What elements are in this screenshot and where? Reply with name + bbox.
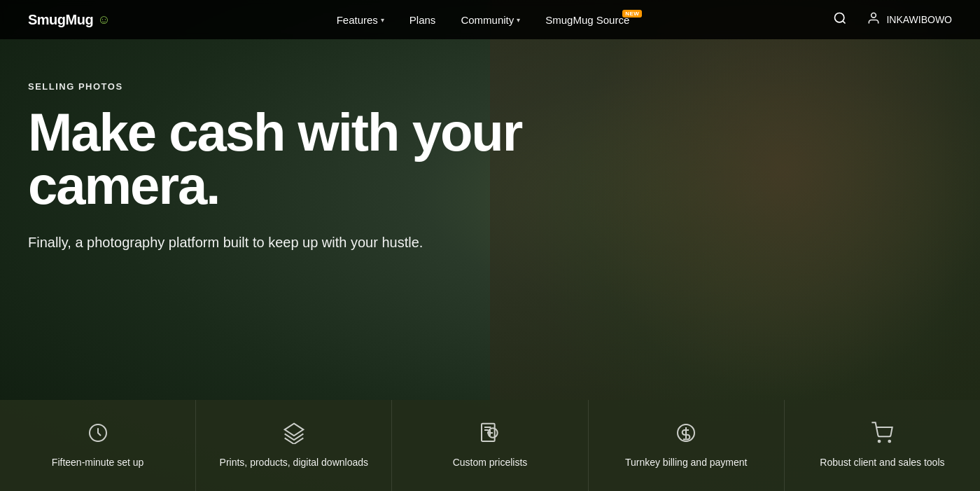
nav-source[interactable]: SmugMug Source NEW — [534, 8, 640, 32]
search-button[interactable] — [827, 8, 853, 32]
nav-community-chevron: ▾ — [517, 16, 520, 24]
pricelist-icon — [479, 422, 501, 448]
svg-line-1 — [843, 20, 846, 23]
hero-subtitle: Finally, a photography platform built to… — [28, 232, 518, 253]
logo-icon: ☺ — [97, 13, 110, 27]
feature-prints-label: Prints, products, digital downloads — [220, 456, 368, 470]
logo-text: SmugMug — [28, 12, 93, 28]
hero-eyebrow: SELLING PHOTOS — [28, 81, 546, 92]
svg-point-0 — [835, 13, 844, 22]
nav-community-label: Community — [461, 14, 514, 26]
navbar: SmugMug ☺ Features ▾ Plans Community ▾ S… — [0, 0, 980, 39]
nav-plans-label: Plans — [410, 14, 436, 26]
svg-marker-4 — [284, 423, 303, 435]
feature-pricelists: Custom pricelists — [392, 400, 588, 491]
nav-features[interactable]: Features ▾ — [326, 8, 396, 32]
hero-title: Make cash with your camera. — [28, 106, 546, 212]
user-icon — [867, 11, 881, 29]
svg-point-13 — [878, 440, 881, 442]
new-badge: NEW — [622, 10, 642, 18]
svg-point-2 — [872, 13, 876, 18]
feature-billing: Turnkey billing and payment — [589, 400, 785, 491]
feature-sales-tools: Robust client and sales tools — [785, 400, 980, 491]
feature-billing-label: Turnkey billing and payment — [625, 456, 748, 470]
hero-content: SELLING PHOTOS Make cash with your camer… — [0, 39, 574, 253]
user-section[interactable]: INKAWIBOWO — [867, 11, 952, 29]
logo[interactable]: SmugMug ☺ — [28, 12, 111, 28]
layers-icon — [283, 422, 305, 448]
nav-links: Features ▾ Plans Community ▾ SmugMug Sou… — [139, 8, 828, 32]
nav-features-chevron: ▾ — [381, 16, 384, 24]
feature-prints: Prints, products, digital downloads — [196, 400, 392, 491]
features-bar: Fifteen-minute set up Prints, products, … — [0, 400, 980, 491]
nav-plans[interactable]: Plans — [398, 8, 447, 32]
user-name: INKAWIBOWO — [886, 14, 952, 25]
cart-icon — [871, 422, 893, 448]
feature-pricelists-label: Custom pricelists — [453, 456, 528, 470]
nav-community[interactable]: Community ▾ — [449, 8, 531, 32]
clock-icon — [87, 422, 109, 448]
feature-sales-label: Robust client and sales tools — [820, 456, 944, 470]
svg-point-14 — [889, 440, 891, 442]
dollar-icon — [675, 422, 697, 448]
search-icon — [833, 11, 847, 25]
nav-source-label: SmugMug Source — [545, 14, 629, 26]
nav-features-label: Features — [337, 14, 378, 26]
feature-setup: Fifteen-minute set up — [0, 400, 196, 491]
feature-setup-label: Fifteen-minute set up — [52, 456, 144, 470]
nav-right: INKAWIBOWO — [827, 8, 952, 32]
